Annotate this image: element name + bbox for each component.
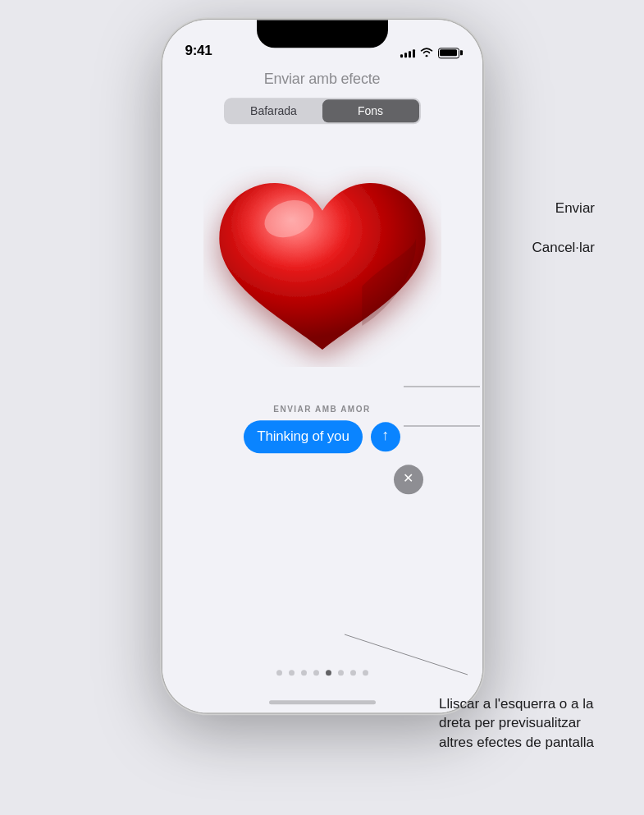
- main-content: Enviar amb efecte Bafarada Fons: [162, 64, 482, 712]
- cancel-row: ✕: [394, 465, 423, 494]
- wifi-icon: [420, 47, 433, 59]
- page-dot-3: [301, 670, 307, 675]
- cancel-x-icon: ✕: [403, 472, 413, 485]
- annotation-lliscar: Lliscar a l'esquerra o a la dreta per pr…: [439, 694, 611, 753]
- annotation-enviar: Enviar: [555, 200, 595, 217]
- tab-fons[interactable]: Fons: [322, 99, 419, 122]
- annotation-cancelar: Cancel·lar: [532, 240, 595, 256]
- scene: 9:41: [0, 0, 644, 815]
- page-dot-8: [363, 670, 368, 675]
- page-dots: [276, 670, 368, 675]
- bubble-row: Thinking of you ↑: [244, 420, 400, 453]
- cancel-button[interactable]: ✕: [394, 465, 423, 494]
- home-indicator: [269, 700, 376, 704]
- tab-switcher[interactable]: Bafarada Fons: [224, 98, 421, 124]
- battery-icon: [438, 48, 459, 58]
- signal-icon: [400, 48, 415, 57]
- page-dot-1: [276, 670, 282, 675]
- message-bubble: Thinking of you: [244, 420, 362, 453]
- notch: [257, 20, 388, 48]
- send-button[interactable]: ↑: [371, 422, 400, 451]
- tab-bafarada[interactable]: Bafarada: [226, 99, 322, 122]
- page-dot-4: [313, 670, 319, 675]
- send-arrow-icon: ↑: [381, 427, 389, 444]
- effect-label: ENVIAR AMB AMOR: [273, 405, 370, 414]
- status-time: 9:41: [185, 43, 212, 59]
- iphone-frame: 9:41: [162, 20, 482, 712]
- screen-title: Enviar amb efecte: [264, 71, 381, 88]
- page-dot-7: [350, 670, 356, 675]
- heart-container: [183, 139, 462, 401]
- status-icons: [400, 47, 459, 59]
- page-dot-2: [289, 670, 295, 675]
- iphone-screen: 9:41: [162, 20, 482, 712]
- page-dot-6: [338, 670, 344, 675]
- heart-icon: [203, 151, 441, 389]
- page-dot-5: [326, 670, 331, 675]
